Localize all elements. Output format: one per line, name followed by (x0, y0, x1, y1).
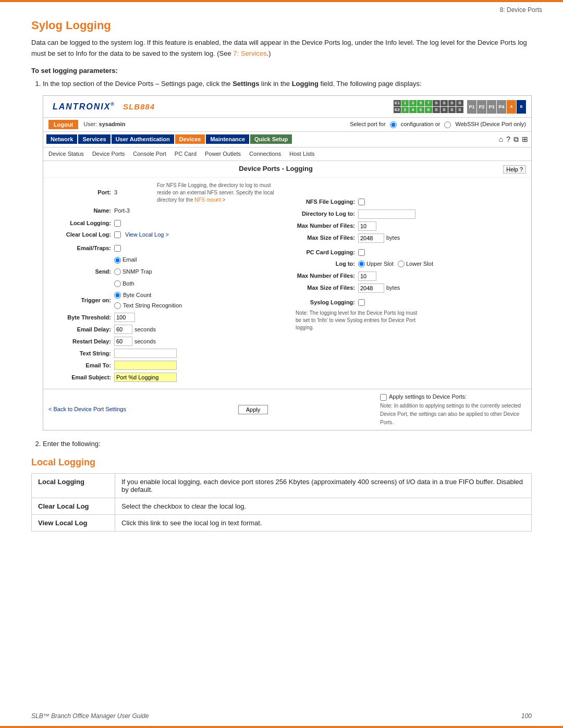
sub-nav-pc-card[interactable]: PC Card (175, 150, 197, 159)
dir-label: Directory to Log to: (292, 209, 355, 219)
nfs-mount-link[interactable]: NFS mount (194, 197, 221, 203)
sub-nav-power-outlets[interactable]: Power Outlets (205, 150, 241, 159)
send-both-radio[interactable] (114, 280, 121, 287)
syslog-logging-row: Syslog Logging: (292, 298, 526, 307)
table-desc: If you enable local logging, each device… (115, 473, 532, 498)
trigger-byte-radio[interactable] (114, 292, 121, 299)
log-to-label: Log to: (292, 260, 355, 269)
clear-local-log-checkbox[interactable] (114, 231, 121, 238)
email-to-input[interactable] (114, 361, 177, 370)
send-label: Send: (48, 267, 111, 277)
table-term: Clear Local Log (32, 498, 115, 514)
port-value: 3 (114, 188, 117, 198)
trigger-text-radio[interactable] (114, 302, 121, 309)
apply-settings-label: Apply settings to Device Ports: (389, 392, 467, 402)
p-port-indicators: P1 P2 P3 P4 A B (467, 100, 526, 114)
port-label: Port: (48, 188, 111, 198)
logout-button[interactable]: Logout (48, 120, 78, 129)
panel-title-bar: Device Ports - Logging Help ? (43, 161, 531, 178)
email-traps-checkbox[interactable] (114, 245, 121, 252)
grid-icon[interactable]: ⊞ (522, 133, 528, 145)
name-row: Name: Port-3 (48, 206, 282, 216)
pc-card-logging-checkbox[interactable] (358, 249, 365, 256)
byte-threshold-row: Byte Threshold: (48, 313, 282, 322)
nav-tab-quick-setup[interactable]: Quick Setup (250, 134, 292, 144)
nav-tab-network[interactable]: Network (46, 134, 77, 144)
pc-max-size-label: Max Size of Files: (292, 283, 355, 293)
clear-local-log-row: Clear Local Log: View Local Log > (48, 230, 282, 240)
nav-tabs: Network Services User Authentication Dev… (46, 134, 292, 144)
name-label: Name: (48, 206, 111, 216)
help-button[interactable]: Help ? (503, 165, 526, 174)
chapter-header: 8: Device Ports (0, 2, 563, 14)
nfs-logging-checkbox[interactable] (358, 199, 365, 205)
dir-input[interactable] (358, 209, 415, 219)
apply-settings-row: Apply settings to Device Ports: (380, 392, 467, 402)
nav-tab-services[interactable]: Services (78, 134, 110, 144)
email-traps-row: Email/Traps: (48, 244, 282, 253)
form-area: Port: 3 For NFS File Logging, the direct… (43, 178, 531, 389)
email-delay-input[interactable] (114, 325, 132, 334)
upper-slot-radio[interactable] (358, 261, 365, 267)
nav-bar: Network Services User Authentication Dev… (43, 132, 531, 147)
new-window-icon[interactable]: ⧉ (513, 133, 519, 145)
nav-tab-maintenance[interactable]: Maintenance (206, 134, 249, 144)
step-1: In the top section of the Device Ports –… (43, 79, 532, 430)
pc-card-logging-label: PC Card Logging: (292, 248, 355, 257)
select-port-radio: Select port for configuration or WebSSH … (350, 120, 526, 129)
apply-button[interactable]: Apply (238, 405, 268, 414)
send-row: Email (114, 255, 282, 265)
back-link[interactable]: < Back to Device Port Settings (48, 405, 126, 414)
local-logging-checkbox[interactable] (114, 220, 121, 227)
sub-nav-device-ports[interactable]: Device Ports (92, 150, 125, 159)
send-label-row: Send: SNMP Trap (48, 267, 282, 277)
page-title: Sylog Logging (31, 19, 532, 32)
pc-max-files-label: Max Number of Files: (292, 272, 355, 281)
name-value: Port-3 (114, 206, 130, 216)
send-snmp-radio[interactable] (114, 268, 121, 275)
view-local-log-link[interactable]: View Local Log > (125, 230, 169, 240)
pc-max-files-input[interactable] (358, 272, 376, 281)
syslog-logging-checkbox[interactable] (358, 299, 365, 306)
nav-tab-devices[interactable]: Devices (175, 134, 205, 144)
email-to-label: Email To: (48, 361, 111, 371)
page-footer: SLB™ Branch Office Manager User Guide 10… (31, 712, 532, 720)
sub-nav-connections[interactable]: Connections (249, 150, 281, 159)
table-row: Local LoggingIf you enable local logging… (32, 473, 532, 498)
services-link[interactable]: 7: Services (233, 50, 266, 57)
user-info: User: sysadmin (83, 120, 125, 129)
max-size-input[interactable] (358, 233, 384, 243)
lower-slot-label: Lower Slot (406, 260, 433, 269)
sub-nav-console-port[interactable]: Console Port (133, 150, 166, 159)
byte-threshold-input[interactable] (114, 313, 135, 322)
device-panel: LANTRONIX® SLB884 E1 1 3 5 7 (43, 95, 532, 430)
table-desc: Click this link to see the local log in … (115, 514, 532, 531)
restart-delay-input[interactable] (114, 337, 132, 346)
text-string-row: Text String: (48, 349, 282, 358)
panel-footer: < Back to Device Port Settings Apply App… (43, 389, 531, 430)
max-files-input[interactable] (358, 221, 376, 231)
apply-settings-checkbox[interactable] (380, 394, 387, 401)
config-radio[interactable] (390, 121, 397, 128)
restart-delay-row: Restart Delay: seconds (48, 337, 282, 346)
nfs-logging-label: NFS File Logging: (292, 198, 355, 207)
panel-title: Device Ports - Logging (48, 164, 503, 175)
send-email-radio[interactable] (114, 257, 121, 264)
email-subject-input[interactable] (114, 373, 177, 382)
nav-tab-user-auth[interactable]: User Authentication (112, 134, 174, 144)
clear-local-log-label: Clear Local Log: (48, 230, 111, 240)
send-both-label: Both (123, 279, 134, 289)
lower-slot-radio[interactable] (398, 261, 405, 267)
pc-max-size-input[interactable] (358, 283, 384, 293)
footer-right: 100 (521, 712, 532, 720)
sub-nav-device-status[interactable]: Device Status (48, 150, 84, 159)
pc-max-size-row: Max Size of Files: bytes (292, 283, 526, 293)
webssh-radio[interactable] (444, 121, 451, 128)
home-icon[interactable]: ⌂ (499, 133, 503, 145)
text-string-input[interactable] (114, 349, 177, 358)
sub-nav: Device Status Device Ports Console Port … (43, 147, 531, 162)
email-delay-row: Email Delay: seconds (48, 325, 282, 334)
help-icon[interactable]: ? (506, 133, 510, 145)
sub-nav-host-lists[interactable]: Host Lists (289, 150, 314, 159)
send-email-label: Email (123, 255, 137, 265)
